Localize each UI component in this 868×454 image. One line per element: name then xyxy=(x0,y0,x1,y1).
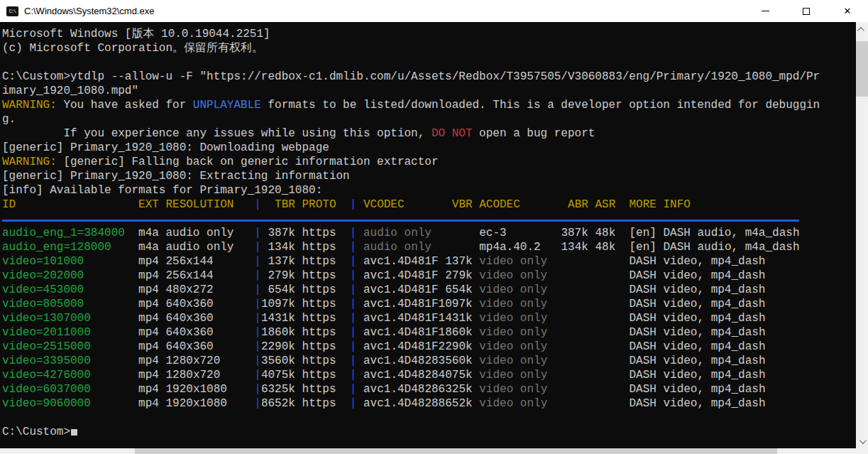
close-icon: ✕ xyxy=(844,6,852,16)
scroll-up-button[interactable] xyxy=(856,22,868,36)
terminal-line: audio_eng=128000 m4a audio only | 134k h… xyxy=(2,240,856,254)
terminal-line: (c) Microsoft Corporation。保留所有权利。 xyxy=(2,41,856,55)
terminal-line: video=6037000 mp4 1920x1080 |6325k https… xyxy=(2,382,856,396)
terminal-line: C:\Custom> xyxy=(2,425,856,439)
terminal-line: If you experience any issues while using… xyxy=(2,126,856,141)
titlebar[interactable]: C:\ C:\Windows\System32\cmd.exe ✕ xyxy=(0,0,868,22)
minimize-icon xyxy=(762,11,769,11)
terminal-line: audio_eng_1=384000 m4a audio only | 387k… xyxy=(2,226,856,240)
terminal-line: WARNING: [generic] Falling back on gener… xyxy=(2,155,856,169)
text-cursor xyxy=(71,429,77,436)
maximize-button[interactable] xyxy=(786,0,827,22)
scroll-down-button[interactable] xyxy=(856,434,868,448)
terminal-line: video=2011000 mp4 640x360 |1860k https |… xyxy=(2,325,856,340)
terminal-output[interactable]: Microsoft Windows [版本 10.0.19044.2251](c… xyxy=(0,22,856,448)
terminal-line: video=202000 mp4 256x144 | 279k https | … xyxy=(2,269,856,283)
terminal-line: video=101000 mp4 256x144 | 137k https | … xyxy=(2,254,856,269)
terminal-line: [info] Available formats for Primary_192… xyxy=(2,183,856,198)
window-title: C:\Windows\System32\cmd.exe xyxy=(24,6,155,16)
terminal-line: ID EXT RESOLUTION | TBR PROTO | VCODEC V… xyxy=(2,198,856,212)
cmd-window: C:\ C:\Windows\System32\cmd.exe ✕ Micros… xyxy=(0,0,868,454)
terminal-line: video=805000 mp4 640x360 |1097k https | … xyxy=(2,297,856,311)
terminal-line xyxy=(2,411,856,425)
cmd-icon[interactable]: C:\ xyxy=(6,6,18,16)
terminal-line: g. xyxy=(2,112,856,126)
chevron-down-icon xyxy=(859,437,867,444)
terminal-line: Microsoft Windows [版本 10.0.19044.2251] xyxy=(2,27,856,41)
terminal-line: C:\Custom>ytdlp --allow-u -F "https://re… xyxy=(2,70,856,84)
minimize-button[interactable] xyxy=(745,0,786,22)
vertical-scrollbar[interactable] xyxy=(856,22,868,448)
terminal-line: video=3395000 mp4 1280x720 |3560k https … xyxy=(2,354,856,368)
table-separator-line xyxy=(2,212,856,226)
terminal-line: imary_1920_1080.mpd" xyxy=(2,84,856,98)
terminal-line: [generic] Primary_1920_1080: Downloading… xyxy=(2,141,856,155)
chevron-up-icon xyxy=(857,26,864,33)
terminal-line: WARNING: You have asked for UNPLAYABLE f… xyxy=(2,98,856,112)
close-button[interactable]: ✕ xyxy=(827,0,868,22)
caption-buttons: ✕ xyxy=(745,0,868,22)
terminal-line: video=453000 mp4 480x272 | 654k https | … xyxy=(2,283,856,297)
terminal-line: [generic] Primary_1920_1080: Extracting … xyxy=(2,169,856,183)
terminal-line: video=1307000 mp4 640x360 |1431k https |… xyxy=(2,311,856,325)
horizontal-scrollbar-thumb[interactable] xyxy=(135,448,777,454)
terminal-line: video=4276000 mp4 1280x720 |4075k https … xyxy=(2,368,856,382)
terminal-line xyxy=(2,55,856,70)
maximize-icon xyxy=(803,8,810,15)
vertical-scrollbar-thumb[interactable] xyxy=(856,41,868,97)
horizontal-scrollbar[interactable] xyxy=(0,448,856,454)
terminal-line: video=9060000 mp4 1920x1080 |8652k https… xyxy=(2,396,856,411)
scrollbar-corner xyxy=(856,448,868,454)
terminal-line: video=2515000 mp4 640x360 |2290k https |… xyxy=(2,340,856,354)
